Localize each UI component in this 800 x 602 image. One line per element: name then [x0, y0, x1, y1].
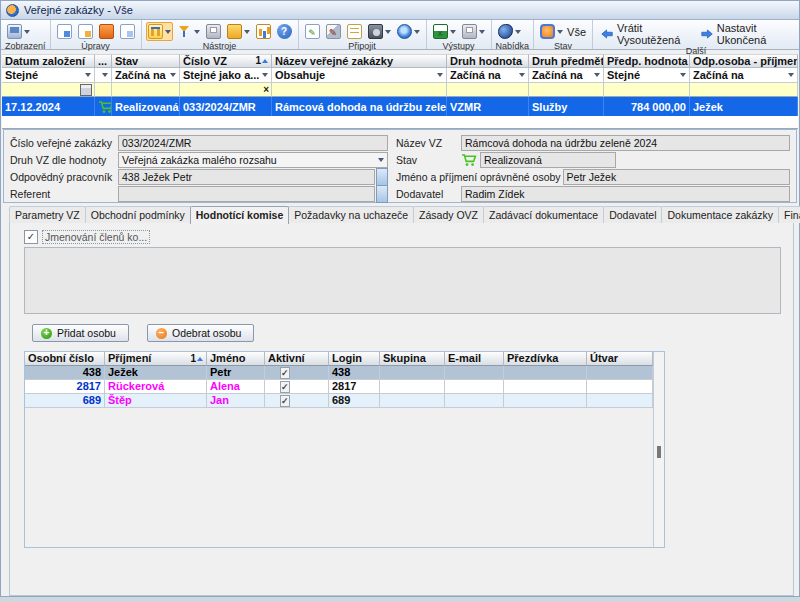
media-button[interactable] [366, 22, 393, 41]
filter-op-datum[interactable]: Stejné [2, 68, 95, 83]
tab-obchodni-podminky[interactable]: Obchodní podmínky [85, 206, 191, 223]
tab-hodnotici-komise[interactable]: Hodnotící komise [190, 206, 290, 224]
jmenovani-checkbox-label[interactable]: Jmenování členů ko... [42, 230, 150, 244]
lookup-button[interactable] [376, 168, 388, 186]
grid-settings-button[interactable] [146, 22, 173, 41]
checkbox-checked-icon[interactable] [280, 381, 290, 393]
jmenovani-memo-field[interactable] [24, 247, 781, 314]
col-header-cislo-vz[interactable]: Číslo VZ 1 [180, 54, 272, 68]
col-header-stav[interactable]: Stav [112, 54, 180, 68]
col-header-aktivni[interactable]: Aktivní [265, 352, 329, 366]
filter-op-druh-hodnota[interactable]: Začíná na [447, 68, 529, 83]
attach-note-button[interactable] [303, 22, 322, 41]
chart-button[interactable] [254, 22, 273, 41]
nabidka-button[interactable] [496, 22, 523, 41]
edit-record-button[interactable] [76, 22, 95, 41]
title-bar[interactable]: Veřejné zakázky - Vše [1, 1, 799, 20]
cart-icon [461, 153, 477, 167]
new-record-button[interactable] [55, 22, 74, 41]
view-mode-button[interactable] [5, 22, 32, 41]
col-header-predp-hodnota[interactable]: Předp. hodnota [604, 54, 690, 68]
filter-input-druh-hodnota[interactable] [447, 83, 529, 97]
filter-input-odp-osoba[interactable] [690, 83, 798, 97]
pridat-osobu-button[interactable]: Přidat osobu [32, 324, 129, 342]
scrollbar-thumb[interactable] [657, 446, 661, 458]
tab-dokumentace-zakazky[interactable]: Dokumentace zakázky [661, 206, 779, 223]
col-header-osobni-cislo[interactable]: Osobní číslo [25, 352, 105, 366]
col-header-skupina[interactable]: Skupina [380, 352, 445, 366]
filter-op-predp-hodnota[interactable]: Stejné [604, 68, 690, 83]
col-header-nazev[interactable]: Název veřejné zakázky [272, 54, 447, 68]
cell-login: 438 [329, 366, 380, 380]
col-header-utvar[interactable]: Útvar [587, 352, 653, 366]
filter-op-odp-osoba[interactable]: Začíná na [690, 68, 798, 83]
vratit-vysoutezena-button[interactable]: Vrátit Vysoutěžená [597, 22, 695, 46]
filter-input-cislo-vz[interactable] [180, 83, 272, 97]
filter-input-predp-hodnota[interactable] [604, 83, 690, 97]
tab-financni-plneni[interactable]: Finanční plnění [778, 206, 800, 223]
cell-datum-zalozeni: 17.12.2024 [2, 97, 95, 116]
filter-input-icon-col[interactable] [95, 83, 112, 97]
tab-zadavaci-dokumentace[interactable]: Zadávací dokumentace [483, 206, 604, 223]
cell-utvar [587, 366, 653, 380]
col-header-icon[interactable]: ... [95, 54, 112, 68]
col-header-prezdivka[interactable]: Přezdívka [504, 352, 587, 366]
clear-filter-icon[interactable] [263, 85, 269, 95]
filter-input-datum[interactable] [2, 83, 95, 97]
tab-parametry-vz[interactable]: Parametry VZ [9, 206, 86, 223]
grid-filter-input-row [2, 83, 798, 97]
filter-button[interactable] [175, 22, 202, 41]
cell-jmeno: Alena [207, 380, 265, 394]
col-header-jmeno[interactable]: Jméno [207, 352, 265, 366]
col-header-odp-osoba[interactable]: Odp.osoba - příjmení [690, 54, 798, 68]
cell-utvar [587, 380, 653, 394]
druh-vz-combobox[interactable]: Veřejná zakázka malého rozsahu [118, 152, 388, 168]
table-row[interactable]: 438 Ježek Petr 438 [25, 366, 653, 380]
odebrat-osobu-button[interactable]: Odebrat osobu [147, 324, 254, 342]
filter-op-druh-predmet[interactable]: Začíná na [529, 68, 604, 83]
filter-input-stav[interactable] [112, 83, 180, 97]
chevron-down-icon [378, 158, 384, 162]
minus-icon [156, 328, 167, 339]
filter-input-druh-predmet[interactable] [529, 83, 604, 97]
cell-osobni-cislo: 438 [25, 366, 105, 380]
col-header-login[interactable]: Login [329, 352, 380, 366]
copy-record-button[interactable] [118, 22, 137, 41]
print-output-button[interactable] [460, 22, 487, 41]
filter-op-nazev[interactable]: Obsahuje [272, 68, 447, 83]
checkbox-checked-icon[interactable] [280, 395, 290, 407]
col-header-datum-zalozeni[interactable]: Datum založení [2, 54, 95, 68]
tab-pozadavky-na-uchazece[interactable]: Požadavky na uchazeče [288, 206, 414, 223]
col-header-druh-predmet[interactable]: Druh předmět [529, 54, 604, 68]
tab-zasady-ovz[interactable]: Zásady OVZ [413, 206, 484, 223]
checkbox-checked-icon[interactable] [280, 367, 290, 379]
print-button[interactable] [204, 22, 223, 41]
table-row[interactable]: 689 Štěp Jan 689 [25, 394, 653, 408]
calendar-icon[interactable] [80, 84, 92, 96]
web-button[interactable] [395, 22, 422, 41]
filter-op-stav[interactable]: Začíná na [112, 68, 180, 83]
sign-button[interactable] [324, 22, 343, 41]
filter-op-cislo-vz[interactable]: Stejné jako a... [180, 68, 272, 83]
col-header-druh-hodnota[interactable]: Druh hodnota [447, 54, 529, 68]
lookup-button[interactable] [376, 185, 388, 203]
table-row[interactable]: 2817 Rückerová Alena 2817 [25, 380, 653, 394]
members-scrollbar[interactable] [654, 352, 664, 547]
nastavit-ukoncena-button[interactable]: Nastavit Ukončená [697, 22, 795, 46]
export-button[interactable] [225, 22, 252, 41]
filter-input-nazev[interactable] [272, 83, 447, 97]
cell-prijmeni: Rückerová [105, 380, 207, 394]
col-header-prijmeni[interactable]: Příjmení 1 [105, 352, 207, 366]
tab-dodavatel[interactable]: Dodavatel [603, 206, 662, 223]
field-label: Druh VZ dle hodnoty [10, 154, 118, 166]
jmenovani-checkbox[interactable] [24, 230, 38, 244]
col-header-email[interactable]: E-mail [445, 352, 504, 366]
list-button[interactable] [345, 22, 364, 41]
filter-op-icon-col[interactable] [95, 68, 112, 83]
delete-record-button[interactable] [97, 22, 116, 41]
toolbar: Zobrazení Úpravy [1, 20, 799, 50]
excel-export-button[interactable] [431, 22, 458, 41]
stav-filter-button[interactable]: Vše [538, 22, 588, 41]
table-row[interactable]: 17.12.2024 Realizovaná 033/2024/ZMR Rámc… [2, 97, 798, 116]
help-button[interactable] [275, 22, 294, 41]
